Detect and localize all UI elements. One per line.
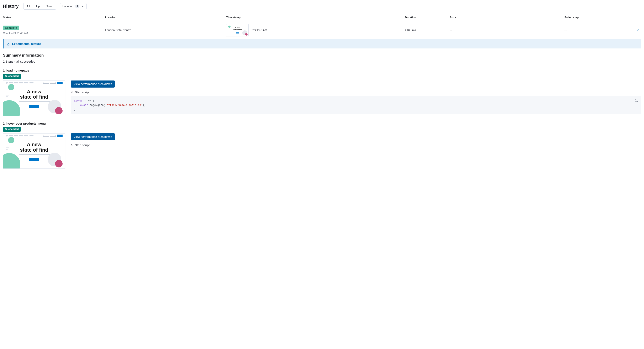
col-timestamp: Timestamp — [226, 14, 405, 21]
status-badge: Complete — [3, 26, 19, 31]
checked-at-label: Checked 9:21:48 AM — [3, 32, 103, 35]
step-screenshot[interactable]: A newstate of find — [3, 133, 65, 169]
filter-down-button[interactable]: Down — [43, 3, 56, 9]
summary-subheading: 2 Steps - all succeeded — [3, 60, 641, 63]
fullscreen-button[interactable] — [635, 98, 639, 102]
chevron-up-icon[interactable] — [637, 29, 640, 31]
expanded-panel: Experimental feature Summary information… — [3, 39, 641, 177]
cell-failed-step: -- — [564, 21, 628, 39]
cell-timestamp: 9:21:48 AM — [252, 29, 267, 32]
status-filter-group: All Up Down — [23, 3, 56, 10]
filter-all-button[interactable]: All — [24, 3, 33, 9]
step-screenshot[interactable]: A newstate of find — [3, 81, 65, 116]
summary-heading: Summary information — [3, 53, 641, 58]
step-status-badge: Succeeded — [3, 74, 21, 79]
step-script-code: async () => { await page.goto('https://w… — [71, 96, 641, 114]
col-status: Status — [3, 14, 105, 21]
chevron-down-icon — [71, 91, 73, 93]
cell-error: -- — [450, 21, 564, 39]
step-status-badge: Succeeded — [3, 127, 21, 132]
cell-duration: 2165 ms — [405, 21, 450, 39]
step-script-toggle[interactable]: Step script — [71, 143, 641, 147]
page-title: History — [3, 4, 19, 9]
history-header: History All Up Down Location 1 — [3, 3, 641, 10]
table-row[interactable]: Complete Checked 9:21:48 AM London Data … — [3, 21, 641, 39]
col-location: Location — [105, 14, 226, 21]
chevron-right-icon — [71, 144, 73, 146]
step-script-label: Step script — [75, 91, 90, 94]
location-filter-label: Location — [62, 5, 74, 8]
step-script-toggle[interactable]: Step script — [71, 91, 641, 94]
col-failed-step: Failed step — [564, 14, 628, 21]
table-header-row: Status Location Timestamp Duration Error… — [3, 14, 641, 21]
filter-up-button[interactable]: Up — [33, 3, 43, 9]
fullscreen-icon — [635, 99, 638, 102]
col-error: Error — [450, 14, 564, 21]
location-filter-count: 1 — [76, 5, 80, 8]
history-table: Status Location Timestamp Duration Error… — [3, 14, 641, 39]
col-duration: Duration — [405, 14, 450, 21]
beaker-icon — [7, 43, 10, 46]
experimental-callout-text: Experimental feature — [12, 42, 41, 46]
chevron-down-icon — [82, 5, 84, 8]
step-script-label: Step script — [75, 143, 90, 147]
view-performance-breakdown-button[interactable]: View performance breakdown — [71, 81, 115, 88]
location-filter-dropdown[interactable]: Location 1 — [60, 3, 87, 9]
view-performance-breakdown-button[interactable]: View performance breakdown — [71, 133, 115, 140]
experimental-callout: Experimental feature — [3, 39, 641, 49]
screenshot-thumbnail[interactable]: A newstate of find — [226, 24, 248, 36]
step-title: 2. hover over products menu — [3, 122, 641, 125]
cell-location: London Data Centre — [105, 21, 226, 39]
step-title: 1. load homepage — [3, 69, 641, 72]
